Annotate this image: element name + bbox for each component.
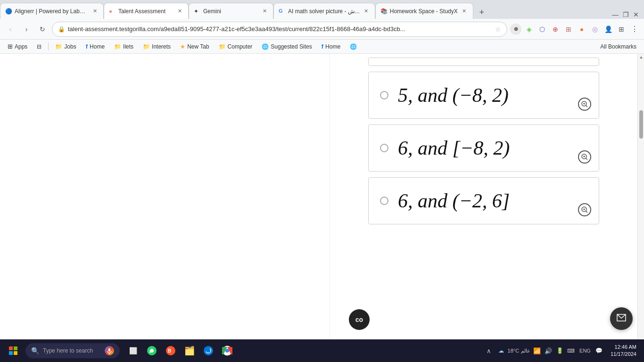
weather-icon[interactable]: ☁ [496,346,506,355]
zoom-icon-1[interactable] [578,98,591,111]
tray-expand-icon[interactable]: ∧ [484,346,494,355]
answer-card-2[interactable]: 6, and [−8, 2) [368,124,599,172]
tab-close-alignerr[interactable]: ✕ [91,8,99,15]
answer-card-1[interactable]: 5, and (−8, 2) [368,72,599,119]
close-window-button[interactable]: ✕ [632,10,640,19]
taskbar-search-placeholder: Type here to search [43,347,93,354]
ext-icon-6[interactable]: ● [576,24,587,35]
tab-gemini[interactable]: ✦ Gemini ✕ [189,3,273,19]
window-controls: — ❐ ✕ [611,10,644,19]
suggested-globe-icon: 🌐 [262,43,269,50]
bookmark-jobs[interactable]: 📁 Jobs [51,42,80,51]
tab-label-talent: Talent Assessment [118,8,173,15]
ilets-label: Ilets [123,43,133,50]
tab-close-talent[interactable]: ✕ [176,8,183,15]
task-view-button[interactable]: ⬜ [124,342,141,359]
ext-icon-4[interactable]: ⊕ [550,24,561,35]
tab-favicon-alignerr: 🔵 [5,8,12,15]
svg-line-9 [586,211,588,213]
bookmark-interets[interactable]: 📁 Interets [139,42,174,51]
home2-fb-icon: f [322,43,323,50]
ext-icon-2[interactable]: ◈ [523,24,535,35]
battery-icon[interactable]: 🔋 [555,346,564,355]
speaker-icon[interactable]: 🔊 [544,346,553,355]
bookmark-globe[interactable]: 🌐 [346,42,361,51]
clock-date: 11/17/2024 [611,351,636,358]
bookmark-home2-fb[interactable]: f Home [318,42,344,51]
taskbar-icon-chrome[interactable] [219,342,236,359]
ext-icon-3[interactable]: ⬡ [537,24,548,35]
ext-icon-5[interactable]: ⊞ [563,24,574,35]
bookmark-home-fb[interactable]: f Home [82,42,108,51]
suggested-label: Suggested Sites [271,43,312,50]
extensions-button[interactable]: ⊞ [616,24,627,35]
taskbar-icon-whatsapp[interactable] [143,342,160,359]
search-icon: 🔍 [31,347,39,354]
svg-rect-13 [14,346,17,350]
interets-folder-icon: 📁 [143,43,150,50]
search-mic-icon [105,346,114,355]
notification-icon[interactable]: 💬 [594,346,604,355]
chat-fab-button[interactable] [610,307,633,330]
tab-label-alignerr: Alignerr | Powered by Label... [15,8,88,15]
bookmark-ilets[interactable]: 📁 Ilets [110,42,137,51]
radio-option-1[interactable] [380,91,388,99]
bookmark-computer[interactable]: 📁 Computer [215,42,256,51]
bookmark-newtab[interactable]: ★ New Tab [176,42,213,51]
tab-homework[interactable]: 📚 Homework Space - StudyX ✕ [375,3,473,19]
tab-label-homework: Homework Space - StudyX [390,8,458,15]
globe-icon: 🌐 [350,43,357,50]
ext-icon-7[interactable]: ◎ [589,24,601,35]
scroll-up-arrow[interactable]: ▲ [638,54,644,60]
network-icon[interactable]: 📶 [532,346,542,355]
main-content: 5, and (−8, 2) 6, and [−8, 2) [0,54,644,339]
address-bar[interactable]: 🔒 talent-assessment.testgorilla.com/a9ed… [52,22,507,37]
system-tray: ∧ ☁ 18°C عالم 📶 🔊 🔋 ⌨ ENG 💬 12:46 AM 11/… [484,344,640,358]
scrollbar-thumb[interactable] [639,110,643,139]
taskbar-search-bar[interactable]: 🔍 Type here to search [25,343,120,358]
forward-button[interactable]: › [20,23,33,36]
zoom-icon-2[interactable] [578,150,591,164]
taskbar-icon-brave[interactable]: B [162,342,179,359]
page-scrollbar[interactable]: ▲ [637,54,644,339]
co-icon-button[interactable]: co [349,309,370,330]
browser-menu[interactable]: ⋮ [629,24,640,35]
back-button[interactable]: ‹ [4,23,17,36]
reload-button[interactable]: ↻ [36,23,49,36]
language-indicator[interactable]: ENG [578,348,593,354]
bookmark-star[interactable]: ☆ [495,25,501,33]
home-fb-label: Home [90,43,105,50]
bookmark-suggested[interactable]: 🌐 Suggested Sites [258,42,315,51]
tab-alignerr[interactable]: 🔵 Alignerr | Powered by Label... ✕ [0,3,104,19]
answer-card-3[interactable]: 6, and (−2, 6] [368,177,599,224]
ext-icon-1[interactable]: ⊗ [510,24,521,35]
tab-talent[interactable]: ● Talent Assessment ✕ [104,3,189,19]
zoom-icon-3[interactable] [578,203,591,216]
minimize-button[interactable]: — [611,10,619,19]
restore-button[interactable]: ❐ [621,10,630,19]
taskbar-icon-edge[interactable] [200,342,217,359]
svg-rect-17 [108,348,110,352]
tab-close-homework[interactable]: ✕ [461,8,468,15]
bookmarks-bar: ⊞ Apps ⊟ 📁 Jobs f Home 📁 Ilets 📁 Interet… [0,40,644,54]
home-fb-icon: f [86,43,88,50]
location-text: عالم [521,348,530,354]
radio-option-3[interactable] [380,197,388,205]
tab-close-gemini[interactable]: ✕ [261,8,268,15]
bookmark-grid[interactable]: ⊟ [33,42,45,51]
radio-option-2[interactable] [380,144,388,152]
bookmark-apps[interactable]: ⊞ Apps [4,42,31,51]
taskbar-icon-files[interactable]: 🗂️ [181,342,198,359]
system-clock[interactable]: 12:46 AM 11/17/2024 [607,344,640,358]
new-tab-button[interactable]: + [475,6,488,19]
clock-time: 12:46 AM [615,344,636,351]
start-button[interactable] [4,341,23,360]
computer-label: Computer [228,43,253,50]
nav-extension-icons: ⊗ ◈ ⬡ ⊕ ⊞ ● ◎ 👤 ⊞ ⋮ [510,24,640,35]
tab-favicon-math: G [279,8,285,15]
tab-math[interactable]: G AI math solver picture - ش... ✕ [273,3,375,19]
tab-close-math[interactable]: ✕ [363,8,370,15]
keyboard-icon[interactable]: ⌨ [566,346,576,355]
all-bookmarks-button[interactable]: All Bookmarks [596,42,640,51]
ext-profile[interactable]: 👤 [603,24,614,35]
